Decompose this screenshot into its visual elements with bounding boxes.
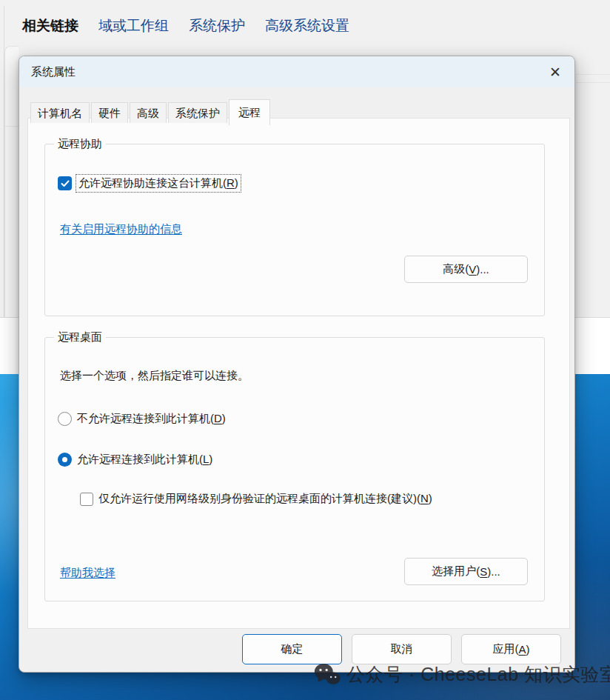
- tab-system-protection[interactable]: 系统保护: [168, 102, 227, 123]
- help-me-choose-link[interactable]: 帮助我选择: [60, 566, 115, 580]
- tab-remote[interactable]: 远程: [229, 99, 270, 125]
- checkmark-icon: [61, 180, 70, 187]
- ok-button[interactable]: 确定: [242, 634, 342, 664]
- settings-card-divider: [5, 126, 19, 127]
- dialog-title: 系统属性: [31, 65, 76, 79]
- nla-checkbox[interactable]: 仅允许运行使用网络级别身份验证的远程桌面的计算机连接(建议)(N): [80, 492, 432, 506]
- select-users-button[interactable]: 选择用户(S)...: [404, 558, 528, 585]
- tab-strip: 计算机名 硬件 高级 系统保护 远程: [30, 97, 270, 123]
- deny-remote-connections-label: 不允许远程连接到此计算机(D): [77, 412, 226, 426]
- remote-desktop-group: 远程桌面 选择一个选项，然后指定谁可以连接。 不允许远程连接到此计算机(D) 允…: [44, 337, 545, 601]
- cancel-button[interactable]: 取消: [352, 634, 452, 664]
- allow-remote-assistance-label: 允许远程协助连接这台计算机(R): [77, 176, 240, 191]
- remote-tab-page: 远程协助 允许远程协助连接这台计算机(R) 有关启用远程协助的信息 高级(V).…: [27, 118, 570, 629]
- remote-assistance-group-title: 远程协助: [54, 137, 106, 151]
- watermark: 公众号 · CheeseLab 知识实验室: [314, 662, 610, 687]
- link-domain-or-workgroup[interactable]: 域或工作组: [98, 16, 169, 36]
- apply-button[interactable]: 应用(A): [461, 634, 561, 664]
- radio-unselected-icon: [58, 412, 72, 426]
- remote-assistance-info-link[interactable]: 有关启用远程协助的信息: [60, 222, 182, 236]
- advanced-button[interactable]: 高级(V)...: [404, 256, 528, 283]
- tab-hardware[interactable]: 硬件: [91, 102, 128, 123]
- checkbox-unchecked-icon: [80, 493, 93, 506]
- settings-card-line: [576, 82, 610, 83]
- allow-remote-connections-radio[interactable]: 允许远程连接到此计算机(L): [58, 453, 212, 467]
- close-icon[interactable]: ✕: [543, 61, 567, 83]
- wechat-icon: [314, 663, 341, 686]
- remote-desktop-group-title: 远程桌面: [54, 330, 106, 344]
- radio-selected-icon: [58, 453, 72, 467]
- watermark-text: 公众号 · CheeseLab 知识实验室: [346, 662, 610, 687]
- remote-assistance-group: 远程协助 允许远程协助连接这台计算机(R) 有关启用远程协助的信息 高级(V).…: [44, 144, 545, 316]
- dialog-titlebar: 系统属性: [19, 56, 574, 87]
- link-system-protection[interactable]: 系统保护: [189, 16, 245, 36]
- allow-remote-connections-label: 允许远程连接到此计算机(L): [77, 453, 212, 467]
- allow-remote-assistance-checkbox[interactable]: 允许远程协助连接这台计算机(R): [58, 176, 240, 191]
- remote-desktop-description: 选择一个选项，然后指定谁可以连接。: [60, 369, 249, 383]
- related-links-label: 相关链接: [22, 16, 78, 36]
- settings-card-line: [576, 74, 610, 75]
- system-properties-dialog: 系统属性 ✕ 计算机名 硬件 高级 系统保护 远程 远程协助 允许远程协助连接这…: [19, 56, 575, 673]
- dialog-footer: 确定 取消 应用(A): [242, 634, 561, 664]
- settings-card-edge: [4, 46, 19, 317]
- related-links-bar: 相关链接 域或工作组 系统保护 高级系统设置: [22, 16, 349, 36]
- tab-advanced[interactable]: 高级: [130, 102, 167, 123]
- deny-remote-connections-radio[interactable]: 不允许远程连接到此计算机(D): [58, 412, 226, 426]
- link-advanced-system-settings[interactable]: 高级系统设置: [265, 16, 349, 36]
- checkbox-checked-icon: [58, 176, 72, 190]
- tab-computer-name[interactable]: 计算机名: [30, 102, 90, 123]
- nla-checkbox-label: 仅允许运行使用网络级别身份验证的远程桌面的计算机连接(建议)(N): [98, 492, 432, 506]
